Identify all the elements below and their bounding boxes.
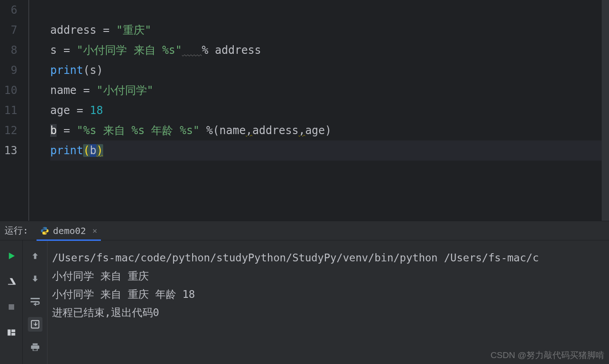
variable: name <box>220 124 246 137</box>
line-number[interactable]: 9 <box>0 60 17 80</box>
variable: address <box>50 24 96 36</box>
code-editor[interactable]: address = "重庆" s = "小付同学 来自 %s" % addres… <box>29 0 609 221</box>
operator: = <box>57 124 76 137</box>
code-line-9[interactable]: print(s) <box>50 60 609 80</box>
code-line-13[interactable]: print(b) <box>50 140 609 161</box>
print-button[interactable] <box>28 340 42 354</box>
run-tool-window: 运行: demo02 × <box>0 221 609 364</box>
function-call: print <box>50 64 83 77</box>
variable: age <box>50 104 70 117</box>
paren: ( <box>83 64 89 77</box>
run-toolbar-console <box>23 240 47 364</box>
string-literal: "%s 来自 %s 年龄 %s" <box>77 124 200 137</box>
code-line-6[interactable] <box>50 0 609 20</box>
svg-rect-2 <box>11 329 15 332</box>
console-line: 小付同学 来自 重庆 <box>52 267 609 285</box>
scroll-to-end-button[interactable] <box>28 317 42 332</box>
function-call: print <box>50 144 83 157</box>
console-output[interactable]: /Users/fs-mac/code/python/studyPython/St… <box>47 240 609 364</box>
operator: = <box>57 44 76 57</box>
variable: s <box>50 44 57 57</box>
space <box>200 124 206 137</box>
editor-pane: 6 7 8 9 10 11 12 13 address = "重庆" s = "… <box>0 0 609 221</box>
operator: = <box>77 84 96 97</box>
run-toolbar-left <box>0 240 23 364</box>
variable: age <box>305 124 325 137</box>
variable: address <box>252 124 299 137</box>
python-file-icon <box>40 226 49 235</box>
layout-button[interactable] <box>4 325 19 340</box>
line-number-gutter: 6 7 8 9 10 11 12 13 <box>0 0 28 221</box>
line-number[interactable]: 6 <box>0 0 17 20</box>
settings-button[interactable] <box>4 274 19 289</box>
variable: s <box>90 64 96 77</box>
variable: b <box>90 144 96 157</box>
run-label: 运行: <box>5 224 28 237</box>
paren: ( <box>213 124 219 137</box>
svg-rect-3 <box>11 333 15 336</box>
paren-matched: ( <box>83 144 89 157</box>
warning-squiggle <box>182 44 202 57</box>
line-number[interactable]: 7 <box>0 20 17 40</box>
code-line-10[interactable]: name = "小付同学" <box>50 80 609 100</box>
paren: ) <box>96 64 103 77</box>
operator: % <box>202 44 215 57</box>
comma-warning: , <box>246 124 252 137</box>
watermark: CSDN @努力敲代码买猪脚啃 <box>491 349 604 361</box>
string-literal: "小付同学 来自 %s" <box>77 44 182 57</box>
scroll-down-button[interactable] <box>28 271 42 286</box>
line-number[interactable]: 8 <box>0 40 17 60</box>
run-header: 运行: demo02 × <box>0 221 609 240</box>
string-literal: "小付同学" <box>96 84 153 97</box>
string-literal: "重庆" <box>116 24 152 36</box>
editor-scrollbar[interactable] <box>602 0 609 221</box>
code-line-7[interactable]: address = "重庆" <box>50 20 609 40</box>
run-tab[interactable]: demo02 × <box>37 221 101 240</box>
line-number[interactable]: 11 <box>0 100 17 120</box>
svg-rect-1 <box>7 329 10 335</box>
paren: ) <box>325 124 331 137</box>
paren-matched: ) <box>96 144 103 157</box>
line-number[interactable]: 12 <box>0 120 17 140</box>
line-number-current[interactable]: 13 <box>0 140 17 161</box>
close-tab-icon[interactable]: × <box>92 226 97 235</box>
console-line: 进程已结束,退出代码0 <box>52 303 609 322</box>
line-number[interactable]: 10 <box>0 80 17 100</box>
variable: address <box>215 44 261 57</box>
number-literal: 18 <box>90 104 103 117</box>
comma-warning: , <box>299 124 305 137</box>
run-body: /Users/fs-mac/code/python/studyPython/St… <box>0 240 609 364</box>
code-line-11[interactable]: age = 18 <box>50 100 609 120</box>
rerun-button[interactable] <box>4 249 19 263</box>
variable: b <box>50 124 57 137</box>
variable: name <box>50 84 77 97</box>
operator: % <box>206 124 213 137</box>
code-line-8[interactable]: s = "小付同学 来自 %s" % address <box>50 40 609 60</box>
run-tab-name: demo02 <box>53 225 86 236</box>
soft-wrap-button[interactable] <box>28 294 42 309</box>
stop-button[interactable] <box>4 300 19 314</box>
operator: = <box>70 104 89 117</box>
code-line-12[interactable]: b = "%s 来自 %s 年龄 %s" %(name,address,age) <box>50 120 609 140</box>
svg-rect-0 <box>9 304 14 310</box>
scroll-up-button[interactable] <box>28 249 42 263</box>
console-line: 小付同学 来自 重庆 年龄 18 <box>52 285 609 303</box>
console-line: /Users/fs-mac/code/python/studyPython/St… <box>52 249 609 267</box>
operator: = <box>96 24 116 36</box>
